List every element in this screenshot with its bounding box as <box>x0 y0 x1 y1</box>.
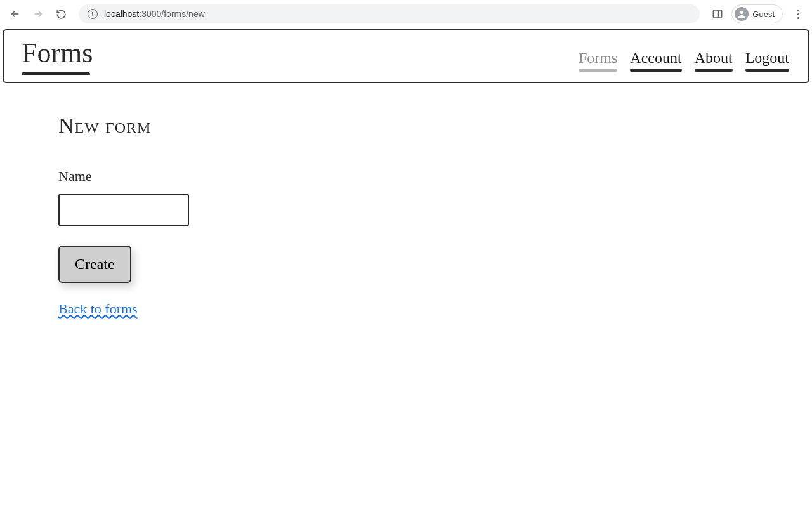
browser-toolbar: i localhost:3000/forms/new Guest <box>0 0 812 28</box>
address-bar[interactable]: i localhost:3000/forms/new <box>79 4 700 23</box>
nav-about[interactable]: About <box>695 49 733 69</box>
back-button[interactable] <box>6 5 24 23</box>
profile-chip[interactable]: Guest <box>731 4 783 23</box>
page-title: New form <box>58 114 754 138</box>
nav-logout[interactable]: Logout <box>745 49 789 69</box>
site-info-icon[interactable]: i <box>88 9 98 19</box>
nav-forms[interactable]: Forms <box>579 49 617 69</box>
primary-nav: Forms Account About Logout <box>579 49 789 73</box>
name-input[interactable] <box>58 194 189 226</box>
create-button[interactable]: Create <box>58 246 131 283</box>
app-header: Forms Forms Account About Logout <box>3 29 809 83</box>
url-text: localhost:3000/forms/new <box>104 9 205 19</box>
back-to-forms-link[interactable]: Back to forms <box>58 301 138 317</box>
panel-icon[interactable] <box>709 5 726 23</box>
reload-button[interactable] <box>52 5 70 23</box>
name-label: Name <box>58 168 754 185</box>
svg-rect-0 <box>714 10 723 18</box>
profile-label: Guest <box>752 10 775 19</box>
forward-button[interactable] <box>29 5 47 23</box>
brand-logo[interactable]: Forms <box>22 37 93 73</box>
nav-account[interactable]: Account <box>630 49 681 69</box>
svg-point-2 <box>740 11 743 14</box>
main-content: New form Name Create Back to forms <box>0 83 812 348</box>
avatar-icon <box>735 7 749 21</box>
browser-menu-button[interactable] <box>790 7 806 22</box>
